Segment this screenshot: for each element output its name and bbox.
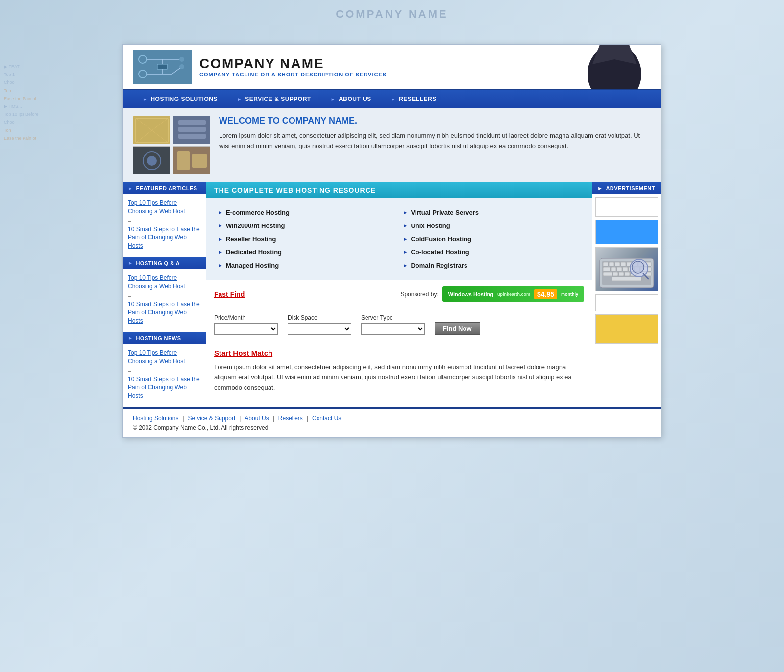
ad-box-4[interactable] (595, 314, 658, 344)
sidebar-qa-header: ► HOSTING Q & A (123, 257, 206, 269)
hosting-link-label-1: E-commerce Hosting (226, 209, 290, 216)
svg-point-62 (632, 261, 644, 273)
sidebar-arrow-1: ► (128, 186, 133, 191)
left-sidebar: ► FEATURED ARTICLES Top 10 Tips Before C… (123, 182, 206, 407)
footer-link-about[interactable]: About Us (245, 415, 269, 422)
nav-item-about[interactable]: ► ABOUT US (321, 90, 381, 108)
hosting-link-ecommerce[interactable]: ► E-commerce Hosting (214, 206, 399, 219)
bullet-7: ► (403, 223, 408, 228)
hosting-link-label-3: Reseller Hosting (226, 235, 276, 243)
sidebar-featured-header: ► FEATURED ARTICLES (123, 182, 206, 194)
sidebar-qa-link-2[interactable]: 10 Smart Steps to Ease the Pain of Chang… (128, 300, 201, 325)
site-container: COMPANY NAME COMPANY TAGLINE OR A SHORT … (122, 44, 662, 438)
find-now-button[interactable]: Find Now (435, 322, 480, 335)
footer-copyright: © 2002 Company Name Co., Ltd. All rights… (133, 424, 651, 431)
hosting-link-dedicated[interactable]: ► Dedicated Hosting (214, 246, 399, 259)
sidebar-news-link-2[interactable]: 10 Smart Steps to Ease the Pain of Chang… (128, 375, 201, 400)
hosting-link-managed[interactable]: ► Managed Hosting (214, 259, 399, 272)
site-header: COMPANY NAME COMPANY TAGLINE OR A SHORT … (123, 45, 661, 90)
host-match-body: Lorem ipsum dolor sit amet, consectetuer… (214, 362, 584, 393)
site-footer: Hosting Solutions | Service & Support | … (123, 407, 661, 437)
bullet-2: ► (218, 223, 223, 228)
svg-point-9 (179, 57, 184, 62)
sponsored-banner[interactable]: Windows Hosting upinkearth.com $4.95 mon… (442, 286, 584, 302)
form-field-server: Server Type (361, 314, 425, 335)
ad-box-3[interactable] (595, 294, 658, 311)
nav-label-service: SERVICE & SUPPORT (245, 96, 311, 102)
footer-links: Hosting Solutions | Service & Support | … (133, 415, 651, 422)
welcome-title-prefix: WELCOME TO (219, 116, 282, 125)
hosting-link-domain[interactable]: ► Domain Registrars (399, 259, 585, 272)
bullet-3: ► (218, 236, 223, 242)
footer-link-contact[interactable]: Contact Us (312, 415, 341, 422)
svg-marker-20 (611, 45, 618, 50)
hosting-link-label-7: Unix Hosting (411, 222, 450, 229)
sidebar-featured-link-1[interactable]: Top 10 Tips Before Choosing a Web Host (128, 199, 201, 216)
search-form: Price/Month Disk Space Server Type (206, 308, 592, 341)
company-name-header: COMPANY NAME (199, 56, 387, 72)
footer-link-service[interactable]: Service & Support (188, 415, 236, 422)
hosting-link-label-6: Virtual Private Servers (411, 209, 479, 216)
sidebar-news-link-1[interactable]: Top 10 Tips Before Choosing a Web Host (128, 349, 201, 366)
sidebar-dash-2: – (128, 293, 201, 299)
ad-box-1[interactable] (595, 197, 658, 217)
svg-rect-36 (192, 154, 207, 168)
svg-rect-49 (617, 267, 622, 271)
hosting-link-label-8: ColdFusion Hosting (411, 235, 471, 243)
nav-label-about: ABOUT US (339, 96, 371, 102)
price-month-select[interactable] (214, 323, 278, 335)
bullet-9: ► (403, 249, 408, 255)
ad-box-2[interactable] (595, 220, 658, 244)
svg-point-8 (179, 64, 184, 69)
nav-arrow-1: ► (143, 97, 147, 102)
sidebar-dash-1: – (128, 218, 201, 224)
hosting-link-reseller[interactable]: ► Reseller Hosting (214, 232, 399, 246)
hosting-link-unix[interactable]: ► Unix Hosting (399, 219, 585, 232)
footer-link-hosting[interactable]: Hosting Solutions (133, 415, 178, 422)
hosting-links-col2: ► Virtual Private Servers ► Unix Hosting… (399, 206, 585, 272)
svg-rect-56 (619, 272, 624, 276)
hosting-link-vps[interactable]: ► Virtual Private Servers (399, 206, 585, 219)
fast-find-section: Fast Find Sponsored by: Windows Hosting … (206, 280, 592, 308)
company-tagline: COMPANY TAGLINE OR A SHORT DESCRIPTION O… (199, 72, 387, 77)
banner-period: monthly (561, 292, 578, 297)
nav-item-service[interactable]: ► SERVICE & SUPPORT (227, 90, 321, 108)
nav-label-resellers: RESELLERS (399, 96, 437, 102)
hosting-link-win2000[interactable]: ► Win2000/nt Hosting (214, 219, 399, 232)
form-field-price: Price/Month (214, 314, 278, 335)
fast-find-label[interactable]: Fast Find (214, 290, 245, 298)
svg-point-33 (147, 156, 157, 166)
hosting-link-colocated[interactable]: ► Co-located Hosting (399, 246, 585, 259)
welcome-title-highlight: COMPANY NAME. (282, 116, 357, 125)
footer-link-resellers[interactable]: Resellers (278, 415, 303, 422)
nav-item-resellers[interactable]: ► RESELLERS (381, 90, 446, 108)
svg-rect-35 (177, 151, 190, 170)
svg-rect-60 (612, 277, 641, 281)
sidebar-featured-link-2[interactable]: 10 Smart Steps to Ease the Pain of Chang… (128, 225, 201, 250)
banner-url: upinkearth.com (497, 292, 530, 297)
welcome-body-text: Lorem ipsum dolor sit amet, consectetuer… (219, 131, 651, 151)
sidebar-arrow-2: ► (128, 260, 133, 266)
right-sidebar: ► ADVERTISEMENT (592, 182, 661, 347)
host-match-title[interactable]: Start Host Match (214, 349, 584, 357)
bullet-8: ► (403, 236, 408, 242)
ad-box-keyboard[interactable] (595, 247, 658, 291)
ad-header: ► ADVERTISEMENT (592, 182, 661, 194)
disk-space-select[interactable] (288, 323, 351, 335)
hosting-link-label-10: Domain Registrars (411, 262, 467, 269)
circuit-image (133, 50, 192, 84)
banner-price: $4.95 (534, 289, 557, 299)
nav-arrow-2: ► (237, 97, 242, 102)
svg-rect-30 (178, 134, 206, 139)
sponsored-area: Sponsored by: Windows Hosting upinkearth… (252, 286, 584, 302)
site-nav: ► HOSTING SOLUTIONS ► SERVICE & SUPPORT … (123, 90, 661, 108)
sidebar-qa-link-1[interactable]: Top 10 Tips Before Choosing a Web Host (128, 274, 201, 291)
nav-item-hosting[interactable]: ► HOSTING SOLUTIONS (133, 90, 227, 108)
hosting-link-coldfusion[interactable]: ► ColdFusion Hosting (399, 232, 585, 246)
form-label-disk: Disk Space (288, 314, 351, 321)
form-label-price: Price/Month (214, 314, 278, 321)
sidebar-arrow-3: ► (128, 335, 133, 341)
sidebar-news-content: Top 10 Tips Before Choosing a Web Host –… (123, 344, 206, 407)
footer-sep-1: | (182, 415, 184, 422)
server-type-select[interactable] (361, 323, 425, 335)
